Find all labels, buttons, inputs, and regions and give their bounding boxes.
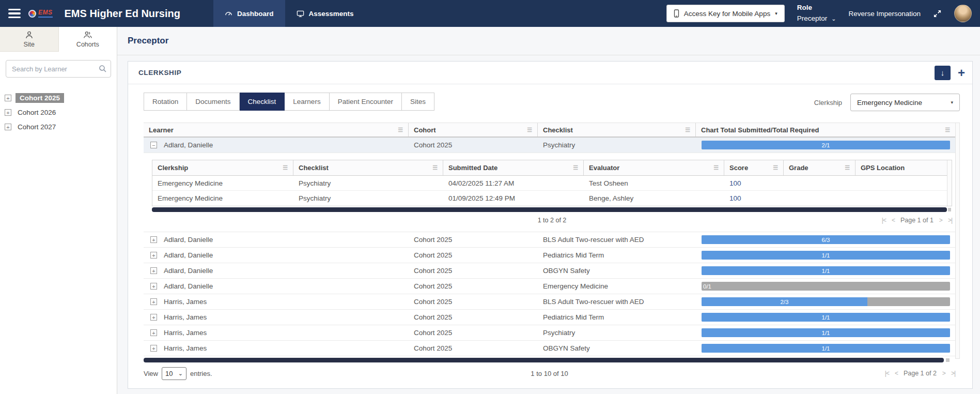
detail-column-submitted-date: Submitted Date ☰ (443, 160, 584, 175)
column-menu-icon[interactable]: ☰ (394, 127, 403, 133)
detail-column-clerkship: Clerkship ☰ (152, 160, 293, 175)
nav-item-label: Assessments (309, 10, 354, 18)
progress-bar: 2/1 (702, 141, 950, 149)
expand-icon[interactable]: + (150, 329, 157, 336)
cohort-cell: Cohort 2025 (409, 236, 538, 244)
column-menu-icon[interactable]: ☰ (523, 127, 532, 133)
tree-item-cohort-2025[interactable]: + Cohort 2025 (5, 93, 112, 103)
column-menu-icon[interactable]: ☰ (428, 164, 438, 171)
tab-sites[interactable]: Sites (402, 93, 434, 111)
checklist-cell: Pediatrics Mid Term (538, 251, 696, 259)
pager-first-icon[interactable]: |< (882, 217, 886, 224)
checklist-cell: BLS Adult Two-rescuer with AED (538, 236, 696, 244)
access-key-button[interactable]: Access Key for Mobile Apps ▾ (666, 5, 785, 22)
nav-item-label: Dashboard (237, 10, 274, 18)
progress-bar: 0/1 (702, 282, 950, 291)
submitted-date-cell: 01/09/2025 12:49 PM (443, 194, 584, 202)
detail-pagination: 1 to 2 of 2 |< < Page 1 of 1 > >| (152, 212, 952, 229)
tab-rotation[interactable]: Rotation (144, 93, 187, 111)
pager-last-icon[interactable]: >| (951, 370, 955, 377)
column-menu-icon[interactable]: ☰ (841, 164, 850, 171)
checklist-cell: Psychiatry (293, 194, 443, 202)
search-input[interactable] (6, 60, 111, 78)
tree-item-label[interactable]: Cohort 2026 (15, 108, 58, 117)
progress-label: 1/1 (822, 314, 830, 321)
progress-label: 1/1 (822, 252, 830, 259)
expand-icon[interactable]: + (5, 124, 11, 130)
table-horizontal-scrollbar[interactable] (144, 358, 944, 362)
collapse-icon[interactable]: − (150, 142, 157, 148)
sidebar: Site Cohorts + Cohort 2025 + Cohort 2026 (0, 27, 117, 394)
person-icon (25, 31, 34, 39)
cohort-cell: Cohort 2025 (409, 282, 538, 290)
tree-item-cohort-2026[interactable]: + Cohort 2026 (5, 108, 112, 117)
column-menu-icon[interactable]: ☰ (941, 127, 950, 133)
expand-icon[interactable]: + (150, 314, 157, 321)
fullscreen-expand-icon[interactable] (933, 9, 942, 18)
tree-item-cohort-2027[interactable]: + Cohort 2027 (5, 122, 112, 132)
pager-next-icon[interactable]: > (939, 217, 942, 224)
column-menu-icon[interactable]: ☰ (569, 164, 578, 171)
expand-icon[interactable]: + (5, 95, 11, 101)
user-avatar[interactable] (954, 5, 972, 22)
download-button[interactable]: ↓ (935, 66, 951, 80)
logo-text: EMS (38, 9, 53, 17)
pager-next-icon[interactable]: > (942, 370, 945, 377)
progress-label: 0/1 (703, 283, 711, 290)
role-selector[interactable]: Role Preceptor ⌄ (797, 3, 836, 24)
panel-tabs: Rotation Documents Checklist Learners Pa… (144, 93, 434, 111)
tab-patient-encounter[interactable]: Patient Encounter (330, 93, 402, 111)
nav-item-assessments[interactable]: Assessments (285, 0, 365, 27)
cohort-cell: Cohort 2025 (409, 251, 538, 259)
nav-item-dashboard[interactable]: Dashboard (213, 0, 285, 27)
column-header-label: Clerkship (158, 164, 188, 172)
column-header-label: Learner (149, 126, 174, 134)
clerkship-select[interactable]: Emergency Medicine ▾ (850, 94, 960, 111)
tab-checklist[interactable]: Checklist (240, 93, 285, 111)
column-header-label: Submitted Date (448, 164, 497, 172)
cohort-tree: + Cohort 2025 + Cohort 2026 + Cohort 202… (5, 93, 112, 132)
hamburger-menu-icon[interactable] (8, 9, 21, 19)
column-header-label: Evaluator (589, 164, 619, 172)
expand-icon[interactable]: + (150, 236, 157, 243)
plus-icon: + (958, 66, 965, 80)
column-menu-icon[interactable]: ☰ (769, 164, 778, 171)
sidebar-tab-site[interactable]: Site (0, 27, 59, 52)
pager-first-icon[interactable]: |< (885, 370, 889, 377)
clerkship-select-value: Emergency Medicine (857, 99, 922, 107)
sidebar-tab-cohorts[interactable]: Cohorts (59, 27, 117, 52)
progress-label: 6/3 (822, 237, 830, 243)
detail-horizontal-scrollbar[interactable] (152, 207, 947, 212)
caret-down-icon: ▾ (775, 11, 777, 16)
expand-icon[interactable]: + (150, 345, 157, 352)
tree-item-label[interactable]: Cohort 2025 (15, 93, 64, 103)
clerkship-panel: CLERKSHIP ↓ + Rotation Documents Checkli… (128, 61, 973, 389)
expand-icon[interactable]: + (150, 298, 157, 305)
learner-cell: Adlard, Danielle (164, 282, 213, 290)
add-button[interactable]: + (958, 67, 965, 79)
progress-bar: 2/3 (702, 297, 950, 306)
column-menu-icon[interactable]: ☰ (709, 164, 719, 171)
pager-prev-icon[interactable]: < (895, 370, 898, 377)
column-menu-icon[interactable]: ☰ (681, 127, 690, 133)
tab-learners[interactable]: Learners (285, 93, 329, 111)
clerkship-cell: Emergency Medicine (152, 194, 293, 202)
role-value: Preceptor (797, 13, 828, 24)
tab-documents[interactable]: Documents (187, 93, 239, 111)
expand-icon[interactable]: + (150, 252, 157, 259)
expand-icon[interactable]: + (150, 283, 157, 290)
checklist-cell: Pediatrics Mid Term (538, 313, 696, 321)
detail-column-grade: Grade ☰ (784, 160, 855, 175)
expand-icon[interactable]: + (5, 109, 11, 116)
tree-item-label[interactable]: Cohort 2027 (15, 122, 58, 132)
vertical-scrollbar[interactable] (955, 123, 960, 359)
reverse-impersonation-link[interactable]: Reverse Impersonation (848, 10, 921, 18)
learner-cell: Adlard, Danielle (164, 141, 213, 149)
checklist-cell: OBGYN Safety (538, 344, 696, 352)
panel-title: CLERKSHIP (138, 69, 181, 77)
column-header-label: GPS Location (861, 164, 905, 172)
column-menu-icon[interactable]: ☰ (278, 164, 288, 171)
pager-prev-icon[interactable]: < (892, 217, 895, 224)
pager-last-icon[interactable]: >| (948, 217, 952, 224)
expand-icon[interactable]: + (150, 267, 157, 274)
